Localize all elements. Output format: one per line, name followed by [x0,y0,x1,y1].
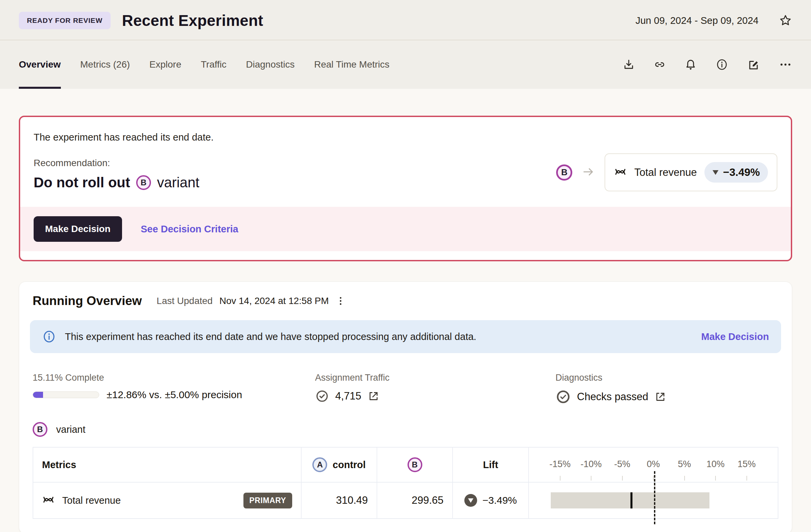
overview-title: Running Overview [33,294,142,308]
status-badge: READY FOR REVIEW [19,12,111,29]
top-bar: READY FOR REVIEW Recent Experiment Jun 0… [0,0,811,40]
make-decision-button[interactable]: Make Decision [34,216,122,242]
date-range: Jun 09, 2024 - Sep 09, 2024 [636,15,759,26]
progress-label: 15.11% Complete [33,373,315,383]
arrow-right-icon [582,165,595,180]
table-header-row: Metrics A control B Lift -15%-10%-5%0%5%… [33,447,778,483]
lift-axis: -15%-10%-5%0%5%10%15% [529,447,778,482]
link-icon[interactable] [654,59,666,71]
recommendation-footer: Make Decision See Decision Criteria [20,207,791,251]
banner-text: This experiment has reached its end date… [65,331,693,342]
overview-header: Running Overview Last Updated Nov 14, 20… [30,294,781,308]
topbar-right: Jun 09, 2024 - Sep 09, 2024 [636,14,792,27]
column-header-control: A control [302,447,377,482]
running-overview-card: Running Overview Last Updated Nov 14, 20… [19,282,792,532]
tab-overview[interactable]: Overview [19,40,61,89]
recommendation-metric-summary: B Total revenue [556,132,777,191]
axis-tick-mark [747,476,747,481]
more-icon[interactable] [779,58,792,71]
progress-bar-fill [33,392,43,398]
axis-tick-mark [653,476,654,481]
bell-icon[interactable] [685,59,697,71]
axis-tick-mark [684,476,685,481]
end-date-text: The experiment has reached its end date. [34,132,214,143]
experiment-page: READY FOR REVIEW Recent Experiment Jun 0… [0,0,811,532]
tabs: Overview Metrics (26) Explore Traffic Di… [19,40,389,89]
variant-b-badge: B [136,175,151,190]
recommendation-card: The experiment has reached its end date.… [19,116,792,261]
check-circle-icon [315,389,329,403]
recommendation-action: Do not roll out [34,174,130,191]
column-header-variant: B [377,447,453,482]
metrics-table: Metrics A control B Lift -15%-10%-5%0%5%… [33,447,778,519]
variant-value-cell: 299.65 [377,483,453,518]
metric-delta-pill[interactable]: −3.49% [704,162,768,183]
control-value-cell: 310.49 [302,483,377,518]
recommendation-variant-word: variant [157,174,199,191]
diagnostics-value: Checks passed [577,391,648,403]
zero-axis-line [654,471,655,524]
recommendation-text: The experiment has reached its end date.… [34,132,214,191]
progress-bar [33,392,99,398]
variant-b-badge: B [33,422,47,437]
axis-tick-mark [560,476,561,481]
end-date-banner: This experiment has reached its end date… [30,320,781,353]
topbar-left: READY FOR REVIEW Recent Experiment [19,12,263,30]
axis-tick-label: 15% [737,459,755,469]
point-estimate-tick [630,492,632,508]
precision-text: ±12.86% vs. ±5.00% precision [107,389,242,400]
tab-diagnostics[interactable]: Diagnostics [246,40,295,89]
metric-icon [42,493,55,507]
external-link-icon[interactable] [367,390,380,402]
main-content: The experiment has reached its end date.… [0,89,811,532]
recommendation-label: Recommendation: [34,158,214,168]
column-header-metrics: Metrics [33,447,302,482]
axis-tick-label: 0% [646,459,660,469]
see-decision-criteria-link[interactable]: See Decision Criteria [141,224,239,235]
tab-real-time-metrics[interactable]: Real Time Metrics [314,40,389,89]
assignment-traffic-stat: Assignment Traffic 4,715 [315,373,555,405]
metric-delta-value: −3.49% [723,166,760,179]
metric-cell: Total revenue PRIMARY [33,483,302,518]
metric-row-name: Total revenue [62,495,236,506]
metric-summary-chip[interactable]: Total revenue −3.49% [605,153,777,191]
tab-explore[interactable]: Explore [149,40,181,89]
diagnostics-stat: Diagnostics Checks passed [555,373,778,405]
recommendation-body: The experiment has reached its end date.… [20,117,791,207]
table-row-total-revenue[interactable]: Total revenue PRIMARY 310.49 299.65 −3.4… [33,483,778,518]
axis-tick-mark [622,476,623,481]
tab-metrics[interactable]: Metrics (26) [80,40,130,89]
column-header-lift: Lift [453,447,529,482]
assignment-traffic-label: Assignment Traffic [315,373,555,383]
page-title: Recent Experiment [122,12,263,30]
axis-tick-label: 5% [678,459,691,469]
metric-name: Total revenue [634,166,697,179]
tab-bar: Overview Metrics (26) Explore Traffic Di… [0,40,811,89]
edit-icon[interactable] [747,58,760,71]
variant-b-badge: B [408,457,422,472]
kebab-menu-icon[interactable] [335,295,346,307]
external-link-icon[interactable] [654,391,667,403]
tab-traffic[interactable]: Traffic [201,40,226,89]
assignment-traffic-value: 4,715 [335,390,362,402]
axis-tick-label: 10% [706,459,724,469]
info-icon[interactable] [716,58,728,71]
axis-tick-mark [715,476,716,481]
download-icon[interactable] [623,59,635,71]
confidence-interval-cell [529,483,778,518]
axis-tick-label: -15% [549,459,570,469]
axis-tick-label: -5% [614,459,630,469]
variant-legend-row: B variant [33,422,778,437]
last-updated-value: Nov 14, 2024 at 12:58 PM [219,295,328,306]
variant-legend-label: variant [56,424,86,435]
axis-tick-label: -10% [580,459,601,469]
confidence-interval-bar [551,492,709,508]
recommendation-heading: Do not roll out B variant [34,174,214,191]
lift-value-cell: −3.49% [453,483,529,518]
info-icon [42,330,56,344]
star-icon[interactable] [779,14,792,27]
lift-down-icon [464,494,477,507]
banner-make-decision-link[interactable]: Make Decision [701,331,769,342]
chevron-down-icon [713,170,719,175]
progress-stat: 15.11% Complete ±12.86% vs. ±5.00% preci… [33,373,315,405]
